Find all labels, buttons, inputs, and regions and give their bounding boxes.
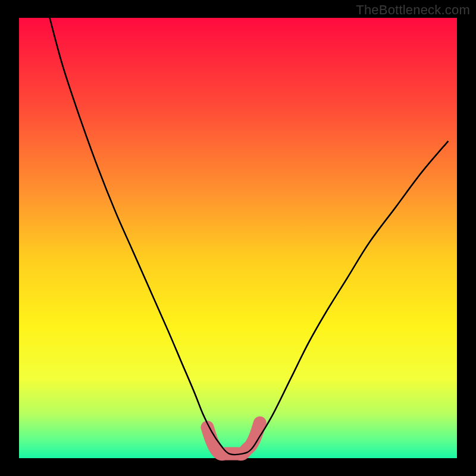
bottleneck-chart <box>0 0 476 476</box>
chart-container: TheBottleneck.com <box>0 0 476 476</box>
watermark-text: TheBottleneck.com <box>356 2 470 18</box>
gradient-background <box>19 18 457 458</box>
